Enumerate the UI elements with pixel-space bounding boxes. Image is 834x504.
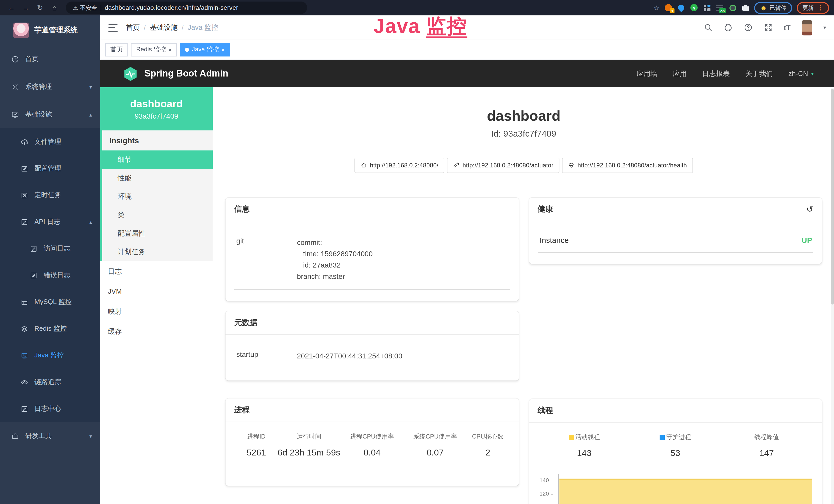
process-card: 进程 进程ID5261 运行时间6d 23h 15m 59s 进程CPU使用率0… — [225, 398, 519, 486]
info-card-title: 信息 — [225, 198, 519, 221]
insight-item-classes[interactable]: 类 — [102, 206, 213, 224]
actuator-url-button[interactable]: http://192.168.0.2:48080/actuator — [447, 158, 560, 173]
sidebar-item-error-log[interactable]: 错误日志 — [0, 262, 100, 289]
insights-section: Insights 细节 性能 环境 类 配置属性 计划任务 — [100, 131, 213, 261]
tag-java-monitor[interactable]: Java 监控 × — [180, 43, 230, 56]
threads-card-title: 线程 — [529, 399, 822, 422]
sidebar-item-files[interactable]: 文件管理 — [0, 129, 100, 155]
warning-icon: ⚠ — [73, 4, 78, 11]
page-title: dashboard — [213, 108, 834, 124]
log-edit-icon — [21, 405, 28, 413]
sidebar-item-log-center[interactable]: 日志中心 — [0, 395, 100, 422]
paused-indicator[interactable]: ☻ 已暂停 — [754, 2, 792, 14]
sba-link-journal[interactable]: 日志报表 — [702, 69, 730, 78]
close-icon[interactable]: × — [169, 46, 172, 53]
bookmark-star-icon[interactable]: ☆ — [654, 4, 660, 12]
health-url-button[interactable]: http://192.168.0.2:48080/actuator/health — [562, 158, 693, 173]
language-selector[interactable]: zh-CN ▾ — [788, 70, 814, 77]
process-stats: 进程ID5261 运行时间6d 23h 15m 59s 进程CPU使用率0.04… — [234, 430, 510, 465]
sidebar-item-dev-tools[interactable]: 研发工具 ▾ — [0, 422, 100, 450]
close-icon[interactable]: × — [221, 46, 225, 53]
process-uptime: 6d 23h 15m 59s — [278, 448, 341, 458]
avatar[interactable] — [802, 20, 812, 35]
extension-icon-rows[interactable]: on — [716, 4, 724, 12]
browser-back-button[interactable]: ← — [5, 2, 18, 13]
service-url-button[interactable]: http://192.168.0.2:48080/ — [354, 158, 445, 173]
app-title: 芋道管理系统 — [35, 26, 78, 35]
menu-item-caches[interactable]: 缓存 — [100, 321, 213, 342]
scrollbar-thumb[interactable] — [831, 89, 834, 304]
breadcrumb-home[interactable]: 首页 — [126, 23, 140, 32]
menu-item-jvm[interactable]: JVM — [100, 281, 213, 301]
legend-yellow-swatch — [569, 435, 574, 440]
help-icon[interactable] — [744, 23, 752, 32]
history-icon[interactable]: ↺ — [806, 204, 813, 214]
extension-icon-grid[interactable] — [703, 4, 711, 12]
browser-home-button[interactable]: ⌂ — [48, 2, 61, 13]
spring-boot-admin-frame: Spring Boot Admin 应用墙 应用 日志报表 关于我们 zh-CN… — [100, 60, 834, 504]
screenshot-root: ← → ↻ ⌂ ⚠ 不安全 dashboard.yudao.iocoder.cn… — [0, 0, 834, 504]
extension-icon-green-y[interactable]: y — [690, 4, 698, 12]
browser-reload-button[interactable]: ↻ — [34, 2, 46, 13]
sba-link-wall[interactable]: 应用墙 — [636, 69, 657, 78]
breadcrumb-infra[interactable]: 基础设施 — [150, 23, 178, 32]
extension-icon-leaf[interactable] — [729, 4, 737, 12]
sidebar-item-mysql[interactable]: MySQL 监控 — [0, 289, 100, 315]
tag-redis-monitor[interactable]: Redis 监控 × — [131, 43, 177, 56]
sidebar-item-redis[interactable]: Redis 监控 — [0, 315, 100, 342]
sidebar-item-api-log[interactable]: API 日志 ▴ — [0, 208, 100, 235]
instance-id: 93a3fc7f7409 — [135, 112, 178, 120]
font-size-icon[interactable]: tT — [784, 23, 791, 31]
menu-item-mappings[interactable]: 映射 — [100, 301, 213, 321]
update-button[interactable]: 更新 ⋮ — [797, 2, 829, 14]
home-icon — [360, 162, 367, 168]
extension-icon-pin[interactable] — [677, 4, 685, 12]
sidebar-item-java-monitor[interactable]: Java 监控 — [0, 342, 100, 369]
sidebar-item-home[interactable]: 首页 — [0, 45, 100, 73]
chevron-up-icon: ▴ — [89, 219, 92, 225]
scrollbar-track[interactable] — [831, 87, 834, 504]
sba-brand[interactable]: Spring Boot Admin — [123, 66, 228, 82]
sba-link-applications[interactable]: 应用 — [673, 69, 686, 78]
insight-item-scheduledtasks[interactable]: 计划任务 — [102, 243, 213, 261]
github-icon[interactable] — [724, 23, 732, 32]
fullscreen-icon[interactable] — [764, 23, 773, 32]
security-warning[interactable]: ⚠ 不安全 — [73, 4, 97, 12]
sidebar-item-tracing[interactable]: 链路追踪 — [0, 369, 100, 395]
insight-item-configprops[interactable]: 配置属性 — [102, 224, 213, 243]
instance-main: dashboard Id: 93a3fc7f7409 http://192.16… — [213, 87, 834, 504]
app-logo-row[interactable]: 芋道管理系统 — [0, 16, 100, 45]
sidebar-item-config[interactable]: 配置管理 — [0, 155, 100, 182]
extension-icon-puzzle[interactable] — [742, 4, 750, 12]
url-divider — [101, 5, 101, 11]
java-monitor-icon — [21, 351, 28, 359]
insight-item-metrics[interactable]: 性能 — [102, 169, 213, 187]
sba-link-about[interactable]: 关于我们 — [745, 69, 773, 78]
status-badge: UP — [802, 236, 812, 245]
monitor-chart-icon — [11, 111, 19, 118]
chevron-down-icon: ▾ — [89, 84, 92, 90]
table-icon — [21, 298, 28, 306]
sba-navbar: Spring Boot Admin 应用墙 应用 日志报表 关于我们 zh-CN… — [100, 60, 834, 87]
metadata-startup-row: startup 2021-04-27T00:44:31.254+08:00 — [234, 343, 510, 369]
extension-icon-orange[interactable]: 1 — [664, 4, 673, 12]
tag-home[interactable]: 首页 — [105, 43, 128, 56]
insight-item-details[interactable]: 细节 — [102, 151, 213, 169]
sidebar-item-infra[interactable]: 基础设施 ▴ — [0, 101, 100, 129]
browser-menu-icon[interactable]: ⋮ — [817, 4, 824, 11]
search-icon[interactable] — [704, 23, 712, 32]
menu-item-logs[interactable]: 日志 — [100, 261, 213, 281]
sidebar-item-system[interactable]: 系统管理 ▾ — [0, 73, 100, 101]
instance-header: dashboard 93a3fc7f7409 — [100, 87, 213, 131]
dashboard-gauge-icon — [11, 55, 19, 63]
browser-forward-button[interactable]: → — [20, 2, 32, 13]
sidebar-item-access-log[interactable]: 访问日志 — [0, 235, 100, 262]
annotation-java-monitor: Java 监控 — [373, 12, 467, 40]
address-bar[interactable]: ⚠ 不安全 dashboard.yudao.iocoder.cn/infra/a… — [66, 2, 307, 14]
chevron-down-icon[interactable]: ▾ — [824, 25, 826, 30]
sidebar-item-jobs[interactable]: 定时任务 — [0, 182, 100, 208]
process-cpu: 0.04 — [341, 448, 404, 458]
insight-item-env[interactable]: 环境 — [102, 187, 213, 206]
hamburger-icon[interactable] — [108, 23, 118, 31]
info-git-row: git commit: time: 1596289704000 id: 27aa… — [234, 230, 510, 290]
